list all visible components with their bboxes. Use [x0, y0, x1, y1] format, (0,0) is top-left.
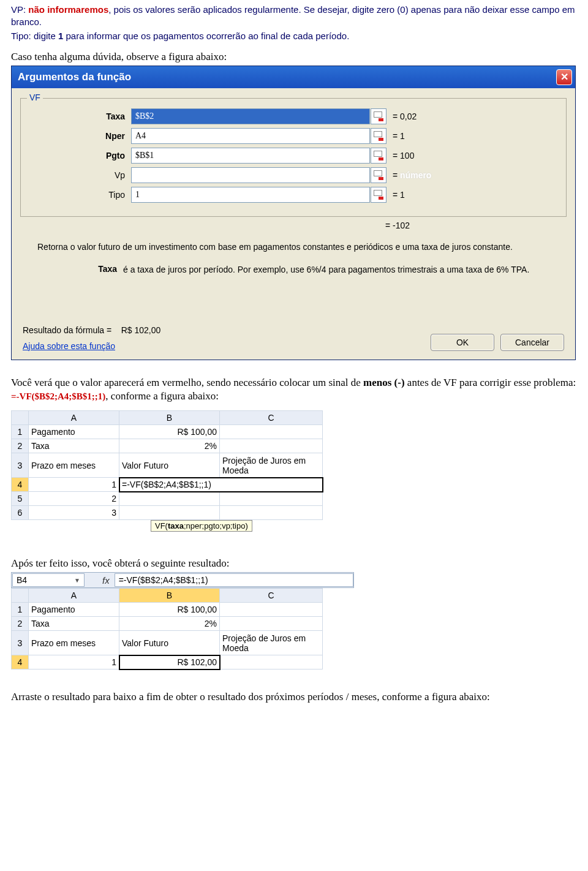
function-description: Retorna o valor futuro de um investiment…: [37, 241, 564, 254]
param-help: Taxa é a taxa de juros por período. Por …: [37, 264, 564, 276]
formula-bar[interactable]: =-VF($B$2;A4;$B$1;;1): [115, 573, 353, 587]
arg-label-nper: Nper: [29, 131, 131, 141]
arg-label-tipo: Tipo: [29, 190, 131, 200]
dialog-fieldset: VF Taxa = 0,02 Nper = 1 Pgto = 100 Vp: [20, 98, 567, 217]
range-picker-icon[interactable]: [371, 148, 386, 164]
figure-note: Caso tenha alguma dúvida, observe a figu…: [11, 51, 577, 63]
arg-input-taxa[interactable]: [131, 108, 370, 124]
cell-editing[interactable]: =-VF($B$2;A4;$B$1;;1): [119, 478, 323, 492]
arg-label-pgto: Pgto: [29, 151, 131, 160]
function-arguments-dialog: Argumentos da função ✕ VF Taxa = 0,02 Np…: [11, 66, 576, 360]
param-label: Taxa: [37, 264, 123, 276]
arg-result-vp: = número: [393, 170, 431, 180]
param-text: é a taxa de juros por período. Por exemp…: [123, 264, 564, 276]
arg-result-pgto: = 100: [393, 151, 414, 160]
dialog-titlebar: Argumentos da função ✕: [12, 66, 575, 88]
spreadsheet-edit-figure: ABC 1PagamentoR$ 100,00 2Taxa2% 3Prazo e…: [11, 410, 323, 520]
dialog-title: Argumentos da função: [18, 71, 131, 83]
close-icon[interactable]: ✕: [556, 69, 572, 85]
help-link[interactable]: Ajuda sobre esta função: [23, 341, 115, 351]
intro-line2: Tipo: digite 1 para informar que os paga…: [11, 30, 577, 42]
ok-button[interactable]: OK: [431, 334, 494, 351]
arg-label-vp: Vp: [29, 170, 131, 180]
selected-cell[interactable]: R$ 102,00: [119, 655, 220, 669]
cancel-button[interactable]: Cancelar: [500, 334, 564, 351]
function-name: VF: [27, 92, 43, 102]
arg-label-taxa: Taxa: [29, 111, 131, 121]
after-text: Após ter feito isso, você obterá o segui…: [11, 557, 577, 570]
formula-result: Resultado da fórmula = R$ 102,00: [23, 325, 160, 335]
range-picker-icon[interactable]: [371, 128, 386, 144]
arg-input-tipo[interactable]: [131, 187, 370, 203]
arg-result-taxa: = 0,02: [393, 111, 417, 121]
name-box[interactable]: B4▼: [12, 573, 85, 587]
chevron-down-icon[interactable]: ▼: [74, 577, 80, 584]
arg-input-vp[interactable]: [131, 167, 370, 183]
range-picker-icon[interactable]: [371, 108, 386, 124]
mid-paragraph: Você verá que o valor aparecerá em verme…: [11, 376, 577, 403]
function-result: = -102: [385, 221, 567, 230]
footer-paragraph: Arraste o resultado para baixo a fim de …: [11, 690, 577, 704]
formula-tooltip: VF(taxa;nper;pgto;vp;tipo): [151, 520, 252, 532]
arg-input-pgto[interactable]: [131, 148, 370, 164]
arg-result-nper: = 1: [393, 131, 405, 141]
arg-result-tipo: = 1: [393, 190, 405, 200]
range-picker-icon[interactable]: [371, 187, 386, 203]
formula-bar-figure: B4▼ fx =-VF($B$2;A4;$B$1;;1) ABC 1Pagame…: [11, 572, 577, 669]
intro-line1: VP: não informaremos, pois os valores se…: [11, 4, 577, 29]
arg-input-nper[interactable]: [131, 128, 370, 144]
range-picker-icon[interactable]: [371, 167, 386, 183]
fx-icon[interactable]: fx: [102, 575, 110, 586]
